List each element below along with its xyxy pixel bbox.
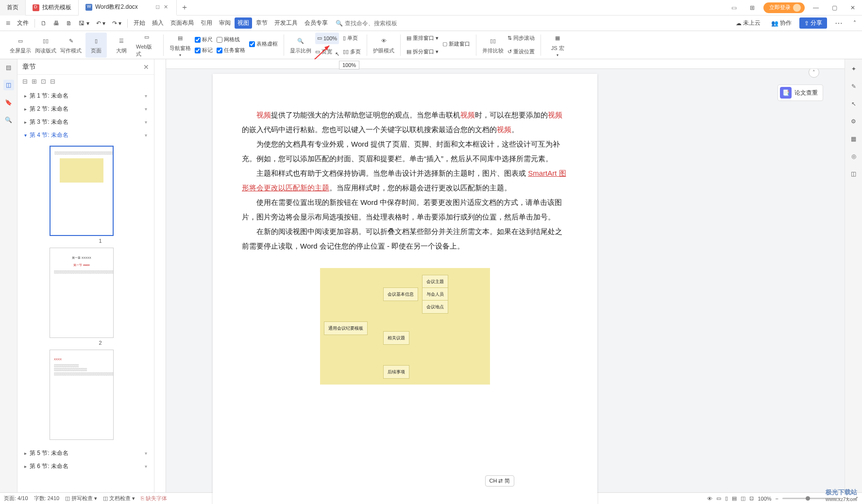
rail-location-icon[interactable]: ◎ <box>849 151 859 161</box>
status-spellcheck[interactable]: ◫ 拼写检查 ▾ <box>65 495 97 502</box>
document-page[interactable]: 视频提供了功能强大的方法帮助您证明您的观点。当您单击联机视频时，可以在想要添加的… <box>213 74 597 504</box>
menu-hamburger-icon[interactable]: ≡ <box>3 17 13 29</box>
section-item-6[interactable]: ▸第 6 节: 未命名▾ <box>20 460 151 473</box>
toolbar-undo-icon[interactable]: ↶ ▾ <box>93 18 108 28</box>
toolbar-new-icon[interactable]: 🗋 <box>38 18 50 28</box>
app-grid-icon[interactable]: ⊞ <box>745 0 760 15</box>
status-readmode-icon[interactable]: ▭ <box>716 495 721 502</box>
collapse-ribbon-icon[interactable]: ˄ <box>850 18 859 28</box>
horizontal-ruler[interactable] <box>166 59 845 69</box>
page-thumbnail-3[interactable]: XXXX ░░░░░░░░░░░░░░░░░░░░░░░░░░░░░░░░░░░… <box>50 350 114 440</box>
toolbar-print-icon[interactable]: 🖶 <box>51 18 62 28</box>
toolbar-preview-icon[interactable]: 🗎 <box>63 18 75 28</box>
tab-document[interactable]: Word教程2.docx ⊡ ✕ <box>79 0 177 16</box>
leftnav-doc-icon[interactable]: ▤ <box>3 62 14 73</box>
section-item-3[interactable]: ▸第 3 节: 未命名▾ <box>20 116 151 129</box>
status-webview-icon[interactable]: ▤ <box>732 495 737 502</box>
page-thumbnail-1[interactable]: ░░░░░░░░░░░░░░░░░░░░░░░░░░░░░░░░░░░░░░░░… <box>50 146 114 236</box>
paper-check-button[interactable]: 📑论文查重 <box>777 84 823 101</box>
command-search[interactable]: 🔍 <box>336 20 413 27</box>
ime-switcher[interactable]: CH ⇄ 简 <box>485 475 514 487</box>
menu-review[interactable]: 审阅 <box>216 17 234 29</box>
ribbon-outline[interactable]: ☰大纲 <box>111 33 132 58</box>
chk-grid[interactable]: 网格线 <box>217 35 245 44</box>
section-item-2[interactable]: ▸第 2 节: 未命名▾ <box>20 102 151 116</box>
window-close-button[interactable]: ✕ <box>845 0 860 15</box>
ribbon-write-mode[interactable]: ✎写作模式 <box>60 33 82 58</box>
ribbon-multi-page[interactable]: ▯▯ 多页 <box>343 46 361 58</box>
chapter-pane-close[interactable]: ✕ <box>143 63 149 71</box>
vertical-ruler[interactable] <box>154 59 166 492</box>
section-insert-icon[interactable]: ⊡ <box>41 78 46 85</box>
ribbon-fullscreen[interactable]: ▭全屏显示 <box>10 33 31 58</box>
page-thumbnail-2[interactable]: 第一章 XXXXX 第一节 #### ░░░░░░░░░░░░░░░░░░░░░… <box>50 248 114 338</box>
chk-ruler[interactable]: 标尺 <box>195 35 213 44</box>
cloud-status[interactable]: ☁ 未上云 <box>733 17 763 29</box>
section-delete-icon[interactable]: ⊟ <box>50 78 55 85</box>
menu-dev[interactable]: 开发工具 <box>271 17 301 29</box>
ribbon-rearrange[interactable]: ▤ 重排窗口 ▾ <box>406 33 439 44</box>
rail-sidebar-icon[interactable]: ◫ <box>849 169 859 179</box>
chk-marker[interactable]: 标记 <box>195 46 213 55</box>
tab-home[interactable]: 首页 <box>0 0 26 16</box>
rail-edit-icon[interactable]: ✎ <box>849 82 859 91</box>
ribbon-web-view[interactable]: ▭Web版式 <box>136 33 157 58</box>
tab-template[interactable]: 找稻壳模板 <box>26 0 79 16</box>
rail-ai-icon[interactable]: ✦ <box>849 64 859 74</box>
leftnav-sections-icon[interactable]: ◫ <box>3 80 14 90</box>
menu-chapter[interactable]: 章节 <box>253 17 270 29</box>
tab-close-button[interactable]: ✕ <box>163 4 169 11</box>
status-page[interactable]: 页面: 4/10 <box>4 495 28 502</box>
ribbon-single-page[interactable]: ▯ 单页 <box>343 33 361 44</box>
menu-start[interactable]: 开始 <box>131 17 148 29</box>
chk-taskpane[interactable]: 任务窗格 <box>217 46 245 55</box>
tab-add-button[interactable]: ＋ <box>177 0 192 16</box>
more-menu-icon[interactable]: ⋯ <box>832 17 845 29</box>
ribbon-page-view[interactable]: ▯页面 <box>85 33 107 58</box>
ribbon-read-view[interactable]: ▯▯阅读版式 <box>35 33 56 58</box>
window-maximize-button[interactable]: ▢ <box>827 0 842 15</box>
leftnav-search-icon[interactable]: 🔍 <box>3 115 14 125</box>
tab-overflow-icon[interactable]: ⊡ <box>155 4 160 10</box>
section-add-icon[interactable]: ⊞ <box>32 78 37 85</box>
status-eye-icon[interactable]: 👁 <box>707 496 712 502</box>
menu-reference[interactable]: 引用 <box>198 17 215 29</box>
ribbon-newwindow[interactable]: ▢ 新建窗口 <box>442 38 470 50</box>
rail-select-icon[interactable]: ↖ <box>849 99 859 109</box>
section-item-5[interactable]: ▸第 5 节: 未命名▾ <box>20 447 151 460</box>
reading-layout-icon[interactable]: ▭ <box>727 0 741 15</box>
status-outline-icon[interactable]: ◫ <box>741 495 745 502</box>
coop-button[interactable]: 👥 协作 <box>768 17 794 29</box>
menu-vip[interactable]: 会员专享 <box>302 17 331 29</box>
ribbon-jsmacro[interactable]: ▦JS 宏▾ <box>547 33 568 58</box>
status-zoom-fit-icon[interactable]: ⊡ <box>749 495 754 502</box>
menu-insert[interactable]: 插入 <box>149 17 167 29</box>
section-item-1[interactable]: ▸第 1 节: 未命名▾ <box>20 89 151 102</box>
leftnav-bookmark-icon[interactable]: 🔖 <box>3 97 14 108</box>
login-button[interactable]: 立即登录 <box>763 2 805 13</box>
toolbar-save-icon[interactable]: 🖫 ▾ <box>76 18 92 28</box>
rail-settings-icon[interactable]: ⚙ <box>849 117 859 126</box>
menu-layout[interactable]: 页面布局 <box>168 17 197 29</box>
zoom-label[interactable]: 100% <box>758 496 771 502</box>
status-pageview-icon[interactable]: ▯ <box>725 495 728 502</box>
window-minimize-button[interactable]: — <box>809 0 823 15</box>
ribbon-nav-pane[interactable]: ▤导航窗格▾ <box>169 33 191 58</box>
zoom-out-button[interactable]: − <box>776 496 778 502</box>
status-doccheck[interactable]: ◫ 文档检查 ▾ <box>103 495 135 502</box>
share-button[interactable]: ⇪ 分享 <box>799 17 827 29</box>
status-words[interactable]: 字数: 2410 <box>34 495 60 502</box>
status-missing-font[interactable]: ⎘ 缺失字体 <box>141 495 167 502</box>
ribbon-pagewidth[interactable]: ▭ 页宽 <box>315 46 339 58</box>
ribbon-eyecare[interactable]: 👁护眼模式 <box>373 33 394 58</box>
ribbon-split[interactable]: ▤ 拆分窗口 ▾ <box>406 46 439 58</box>
section-collapse-icon[interactable]: ⊟ <box>22 78 28 85</box>
menu-view[interactable]: 视图 <box>235 17 252 29</box>
search-input[interactable] <box>345 20 413 27</box>
toolbar-redo-icon[interactable]: ↷ ▾ <box>109 18 124 28</box>
menu-file[interactable]: 文件 <box>14 17 32 29</box>
ribbon-zoom[interactable]: 🔍显示比例 <box>290 33 311 58</box>
ribbon-100pct[interactable]: ▭ 100% <box>315 33 339 44</box>
rail-layers-icon[interactable]: ▦ <box>849 134 859 144</box>
chk-table-virtual[interactable]: 表格虚框 <box>249 40 278 49</box>
